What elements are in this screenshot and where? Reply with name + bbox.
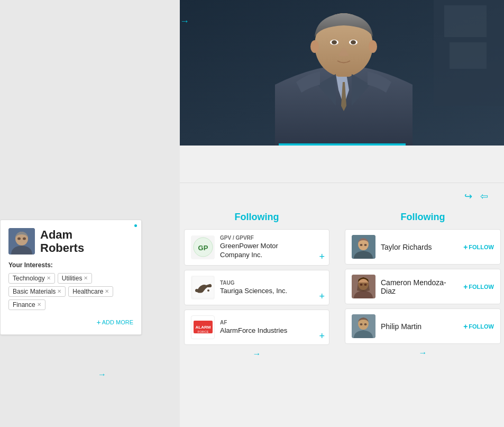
remove-basic-materials-icon[interactable]: ✕: [57, 288, 61, 294]
interest-tag-finance: Finance ✕: [8, 299, 45, 310]
like-icon[interactable]: ⇦: [480, 190, 488, 202]
video-player[interactable]: [180, 0, 504, 146]
interest-tag-healthcare: Healthcare ✕: [68, 286, 113, 297]
user-profile-card: Adam Roberts Your Interests: Technology …: [0, 220, 142, 335]
right-bottom-arrow[interactable]: →: [345, 348, 501, 358]
svg-point-28: [364, 244, 367, 246]
svg-point-20: [207, 289, 209, 292]
svg-text:ALARM: ALARM: [195, 325, 210, 330]
video-section-divider: [180, 183, 504, 183]
svg-point-11: [369, 40, 377, 53]
company-card-gpv[interactable]: GP GPV / GPVRF GreenPower MotorCompany I…: [184, 229, 329, 266]
company-logo-taug: [191, 276, 215, 299]
company-logo-gpv: GP: [191, 235, 215, 259]
person-name-cameron: Cameron Mendoza-Diaz: [381, 278, 458, 295]
interest-tag-utilities: Utilities ✕: [58, 273, 93, 284]
video-progress-bar: [279, 143, 406, 146]
action-bar: ↪ ⇦: [464, 190, 488, 202]
svg-point-36: [364, 323, 367, 325]
interests-section: Your Interests: Technology ✕ Utilities ✕…: [8, 261, 133, 310]
notification-dot: [134, 224, 137, 227]
svg-point-35: [360, 323, 363, 325]
company-card-taug[interactable]: TAUG Tauriga Sciences, Inc. +: [184, 270, 329, 305]
remove-healthcare-icon[interactable]: ✕: [105, 288, 109, 294]
person-avatar-cameron: [352, 275, 375, 298]
follow-button-taylor[interactable]: + FOLLOW: [463, 243, 494, 251]
add-more-container: + ADD MORE: [8, 318, 133, 326]
person-card-cameron[interactable]: Cameron Mendoza-Diaz + FOLLOW: [345, 269, 501, 304]
svg-text:FORCE: FORCE: [197, 330, 208, 333]
following-right-title: Following: [345, 212, 501, 223]
person-card-philip[interactable]: Philip Martin + FOLLOW: [345, 308, 501, 344]
add-more-button[interactable]: + ADD MORE: [97, 318, 133, 326]
person-name-taylor: Taylor Richards: [381, 243, 458, 251]
center-bottom-arrow[interactable]: →: [184, 349, 329, 359]
interest-tag-technology: Technology ✕: [8, 273, 55, 284]
svg-point-27: [360, 244, 363, 246]
svg-point-7: [332, 40, 337, 44]
person-avatar-philip: [352, 314, 375, 338]
company-info-taug: TAUG Tauriga Sciences, Inc.: [220, 280, 323, 295]
svg-point-14: [17, 238, 21, 240]
remove-finance-icon[interactable]: ✕: [37, 302, 41, 307]
svg-point-31: [360, 284, 363, 286]
remove-utilities-icon[interactable]: ✕: [84, 275, 88, 281]
following-section-right: Following Taylor Richards + FOLLOW: [345, 212, 501, 358]
svg-text:GP: GP: [198, 244, 208, 252]
left-bottom-arrow[interactable]: →: [98, 370, 106, 379]
user-avatar: [8, 228, 35, 255]
company-logo-af: ALARM FORCE: [191, 315, 215, 339]
top-arrow[interactable]: →: [180, 16, 189, 27]
interests-label: Your Interests:: [8, 261, 133, 269]
company-plus-gpv[interactable]: +: [319, 251, 325, 262]
interest-tag-basic-materials: Basic Materials ✕: [8, 286, 66, 297]
person-name-philip: Philip Martin: [381, 322, 458, 331]
following-center-title: Following: [184, 212, 329, 223]
company-card-af[interactable]: ALARM FORCE AF AlarmForce Industries +: [184, 310, 329, 345]
svg-point-9: [351, 40, 356, 44]
company-info-gpv: GPV / GPVRF GreenPower MotorCompany Inc.: [220, 235, 323, 260]
person-avatar-taylor: [352, 235, 375, 259]
remove-technology-icon[interactable]: ✕: [47, 275, 51, 281]
user-name: Adam Roberts: [40, 228, 84, 255]
svg-point-15: [23, 238, 26, 240]
svg-rect-2: [444, 5, 487, 37]
video-content: [180, 0, 504, 146]
company-info-af: AF AlarmForce Industries: [220, 320, 323, 334]
company-plus-af[interactable]: +: [319, 331, 325, 342]
person-card-taylor[interactable]: Taylor Richards + FOLLOW: [345, 229, 501, 265]
svg-point-32: [364, 284, 367, 286]
svg-point-19: [195, 289, 198, 292]
user-header: Adam Roberts: [8, 228, 133, 255]
follow-button-cameron[interactable]: + FOLLOW: [463, 283, 494, 291]
company-plus-taug[interactable]: +: [319, 291, 325, 302]
svg-point-10: [310, 40, 319, 53]
share-icon[interactable]: ↪: [464, 190, 472, 202]
left-panel-bg: [0, 0, 180, 427]
following-section-center: Following GP GPV / GPVRF GreenPower Moto…: [184, 212, 329, 359]
interests-tags: Technology ✕ Utilities ✕ Basic Materials…: [8, 273, 133, 310]
svg-rect-3: [450, 42, 487, 69]
follow-button-philip[interactable]: + FOLLOW: [463, 322, 494, 331]
